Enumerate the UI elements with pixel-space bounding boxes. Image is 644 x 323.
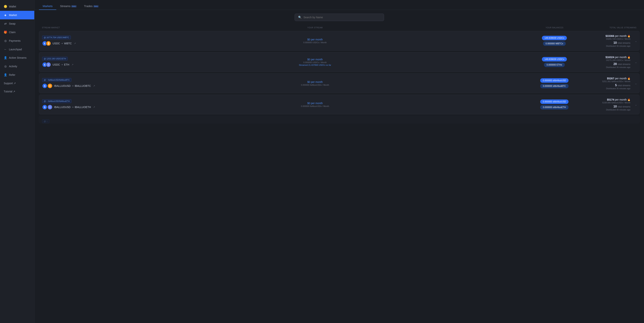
trades-beta-badge: Beta (93, 5, 99, 8)
sidebar-item-payments[interactable]: ◎ Payments (0, 36, 34, 45)
sidebar-item-claim[interactable]: 🎁 Claim (0, 28, 34, 36)
rate-badge: @ ~ IbAlluoUSD/IbAlluoBTC (42, 78, 71, 82)
sidebar: 🪙 Wallet ◈ Market ⇄ Swap 🎁 Claim ◎ Payme… (0, 0, 34, 323)
launchpad-icon: ← (4, 48, 7, 51)
stream-amount: $0 per month (102, 102, 528, 105)
total-amount: $5267 (607, 77, 614, 80)
refer-icon: 👤 (4, 73, 7, 76)
fire-icon: 🔥 (628, 35, 630, 38)
alluoeth-icon: Ξ (47, 104, 52, 110)
coin-icons: $ Ξ (42, 62, 51, 67)
expand-chevron[interactable]: ⌄ (635, 60, 637, 64)
arrow-right-icon: ➔ (61, 63, 63, 66)
sidebar-item-tutorial[interactable]: Tutorial ↗ (0, 87, 34, 96)
stream-market-cell: @ ~ IbAlluoUSD/IbAlluoBTC $ ₿ IBALLUOUSD… (42, 78, 102, 88)
distributed-label: Distributed 35 minutes ago (580, 87, 630, 90)
sidebar-item-swap[interactable]: ⇄ Swap (0, 19, 34, 28)
stream-amount: $0 per month (102, 58, 528, 61)
rate-badge: @ ~ (42, 120, 50, 123)
total-streams: 5 total streams (580, 84, 630, 87)
coin-icons: $ ₿ (42, 41, 51, 46)
total-amount: $33366 (606, 34, 614, 38)
tab-streams[interactable]: StreamsBeta (56, 2, 80, 10)
coin-pair: $ Ξ IBALLUOUSD ➔ IBALLUOETH ↗ (42, 104, 102, 110)
balances-cell: 149.839839 USDCx 0.000000 WBTCx (528, 36, 580, 46)
expand-chevron[interactable]: ⌄ (635, 82, 637, 85)
pair-label: IBALLUOUSD ➔ IBALLUOETH (54, 106, 91, 108)
balances-cell: 0.000000 stIbAlluoUSD 0.000000 stIbAlluo… (528, 100, 580, 110)
stream-sub: 0.000000 IbAlluoUSDx / Month (102, 105, 528, 107)
stream-amount: $0 per month (102, 38, 528, 41)
search-input[interactable] (304, 16, 380, 19)
sidebar-item-label: Market (9, 14, 17, 16)
balance-pill-1: 149.839839 USDCx (542, 57, 567, 62)
header-stream-market: STREAM MARKET (42, 27, 102, 29)
stream-sub: 0.000000 USDCx / Month (102, 61, 528, 64)
coin-pair: $ ₿ IBALLUOUSD ➔ IBALLUOBTC ↗ (42, 83, 102, 88)
expand-chevron[interactable]: ⌄ (635, 39, 637, 43)
total-value-cell: $5174 per month 🔥 5158.080 IbAlluoUSDx /… (580, 98, 636, 111)
rate-badge: @ 1253.190 USDC/ETH (42, 57, 68, 60)
external-link-icon[interactable]: ↗ (93, 84, 95, 87)
swap-icon: ⇄ (4, 22, 7, 25)
header-total-value: TOTAL VALUE STREAMING (581, 27, 636, 29)
coin-icons: $ ₿ (42, 83, 52, 88)
market-icon: ◈ (4, 14, 7, 17)
sidebar-item-activity[interactable]: ◎ Activity (0, 62, 34, 70)
external-link-icon[interactable]: ↗ (93, 106, 95, 108)
arrow-right-icon: ➔ (61, 42, 63, 45)
pair-label: IBALLUOUSD ➔ IBALLUOBTC (54, 84, 91, 87)
stream-market-cell: @ 16774.704 USDC/WBTC $ ₿ USDC ➔ WBTC ↗ (42, 36, 102, 46)
sidebar-item-wallet[interactable]: 🪙 Wallet (0, 2, 34, 11)
sidebar-item-launchpad[interactable]: ← Launchpad (0, 45, 34, 54)
total-main: $5174 per month 🔥 (580, 98, 630, 101)
balance-pill-2: 0.000000 WBTCx (543, 41, 566, 46)
sidebar-item-market[interactable]: ◈ Market (0, 11, 34, 19)
rate-badge: @ ~ IbAlluoUSD/IbAlluoETH (42, 99, 71, 103)
alluobtc-icon: ₿ (47, 83, 52, 88)
your-stream-cell: $0 per month 0.000000 USDCx / Month (102, 38, 528, 44)
total-main: $33366 per month 🔥 (580, 34, 630, 38)
your-stream-info: $0 per month 0.000000 IbAlluoUSDx / Mont… (102, 102, 528, 107)
total-amount: $5174 (607, 98, 614, 101)
stream-market-cell: @ ~ IbAlluoUSD/IbAlluoETH $ Ξ IBALLUOUSD… (42, 99, 102, 110)
tab-markets[interactable]: Markets (39, 2, 56, 10)
search-wrapper: 🔍 (39, 14, 640, 21)
your-stream-info: $0 per month 0.000000 USDCx / Month (102, 38, 528, 44)
total-streams: 10 total streams (580, 105, 630, 108)
btc-icon: ₿ (46, 41, 51, 46)
sidebar-item-refer[interactable]: 👤 Refer (0, 70, 34, 79)
sidebar-item-label: Refer (9, 74, 15, 76)
external-link-icon[interactable]: ↗ (74, 42, 76, 45)
streams-count: 10 (614, 105, 617, 108)
streams-beta-badge: Beta (71, 5, 76, 8)
sidebar-item-active-streams[interactable]: 👤 Active Streams (0, 54, 34, 62)
total-value-info: $5267 per month 🔥 5251.392 IbAlluoUSDx /… (580, 77, 630, 90)
table-row: @ ~ IbAlluoUSD/IbAlluoBTC $ ₿ IBALLUOUSD… (39, 74, 640, 93)
total-sub: 33265.728 USDCx / Month (580, 38, 630, 40)
stream-amount: $0 per month (102, 80, 528, 84)
stream-sub: 0.000000 USDCx / Month (102, 41, 528, 44)
balance-pills: 149.839839 USDCx 0.000000 WBTCx (528, 36, 580, 46)
sidebar-item-label: Support ↗ (4, 82, 16, 85)
payments-icon: ◎ (4, 39, 7, 42)
sidebar-item-label: Claim (9, 31, 16, 34)
stream-market-info: @ ~ IbAlluoUSD/IbAlluoETH $ Ξ IBALLUOUSD… (42, 99, 102, 110)
external-link-icon[interactable]: ↗ (72, 63, 74, 66)
active-streams-icon: 👤 (4, 56, 7, 60)
fire-icon: 🔥 (628, 56, 630, 59)
search-box[interactable]: 🔍 (294, 14, 384, 21)
total-value-cell: $33366 per month 🔥 33265.728 USDCx / Mon… (580, 34, 636, 47)
table-row: @ ~ IbAlluoUSD/IbAlluoETH $ Ξ IBALLUOUSD… (39, 95, 640, 114)
balance-pill-1: 0.000000 stIbAlluoUSD (540, 78, 569, 83)
top-nav: Markets StreamsBeta TradesBeta (34, 0, 644, 10)
expand-chevron[interactable]: ⌄ (635, 103, 637, 106)
stream-market-info: @ ~ IbAlluoUSD/IbAlluoBTC $ ₿ IBALLUOUSD… (42, 78, 102, 88)
table-row: @ 1253.190 USDC/ETH $ Ξ USDC ➔ ETH ↗ (39, 52, 640, 72)
sidebar-item-label: Wallet (9, 5, 16, 8)
your-stream-cell: $0 per month 0.000000 USDCx / Month Stre… (102, 58, 528, 66)
sidebar-item-label: Tutorial ↗ (4, 90, 15, 93)
tab-trades[interactable]: TradesBeta (80, 2, 102, 10)
total-sub: 5158.080 IbAlluoUSDx / Month (580, 102, 630, 104)
sidebar-item-support[interactable]: Support ↗ (0, 79, 34, 87)
